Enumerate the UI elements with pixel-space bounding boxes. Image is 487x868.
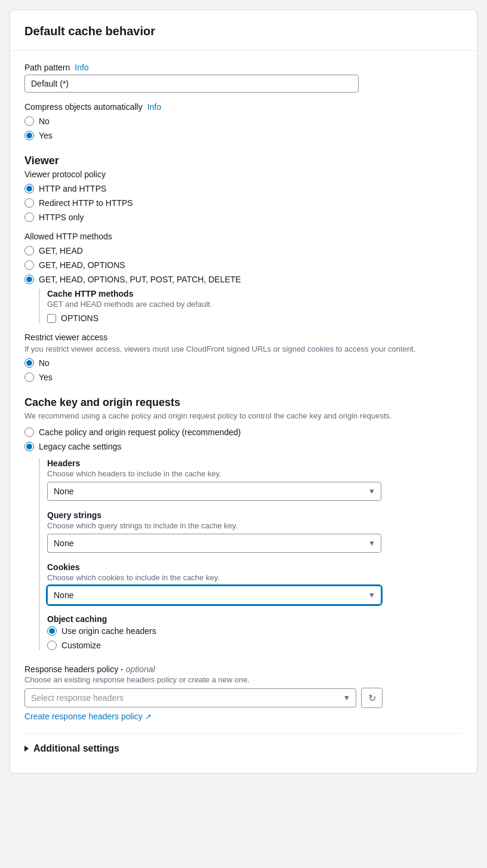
am-get-head-opt-label: GET, HEAD, OPTIONS (39, 260, 125, 270)
cache-key-section-desc: We recommend using a cache policy and or… (24, 411, 463, 420)
am-get-head-radio[interactable] (24, 246, 34, 256)
oc-origin-radio[interactable] (47, 626, 57, 636)
am-get-head-option[interactable]: GET, HEAD (24, 246, 463, 256)
rv-yes-radio[interactable] (24, 373, 34, 382)
divider (10, 50, 477, 51)
ck-legacy-option[interactable]: Legacy cache settings (24, 442, 463, 451)
headers-select[interactable]: None Include all headers Include specifi… (47, 482, 381, 501)
rv-yes-label: Yes (39, 373, 53, 382)
am-get-head-label: GET, HEAD (39, 246, 83, 256)
rv-no-radio[interactable] (24, 358, 34, 368)
cookies-desc: Choose which cookies to include in the c… (47, 573, 463, 582)
refresh-response-headers-button[interactable]: ↻ (361, 688, 383, 708)
cache-methods-label: Cache HTTP methods (47, 289, 463, 298)
rv-no-option[interactable]: No (24, 358, 463, 368)
allowed-methods-label: Allowed HTTP methods (24, 232, 463, 241)
vp-https-only-option[interactable]: HTTPS only (24, 213, 463, 222)
query-strings-select-wrapper: None Include all Include specified ▼ (47, 534, 381, 553)
object-caching-radio-group: Use origin cache headers Customize (47, 626, 463, 650)
response-policy-label: Response headers policy - optional (24, 664, 463, 674)
compress-info-link[interactable]: Info (147, 102, 161, 112)
ck-recommended-radio[interactable] (24, 427, 34, 437)
vp-http-https-radio[interactable] (24, 184, 34, 193)
headers-label: Headers (47, 458, 463, 468)
response-policy-desc: Choose an existing response headers poli… (24, 675, 463, 684)
compress-yes-option[interactable]: Yes (24, 131, 463, 140)
headers-desc: Choose which headers to include in the c… (47, 469, 463, 478)
ck-recommended-option[interactable]: Cache policy and origin request policy (… (24, 427, 463, 437)
vp-https-only-label: HTTPS only (39, 213, 84, 222)
response-policy-select-wrapper: Select response headers ▼ (24, 688, 356, 707)
additional-settings-chevron (24, 746, 29, 752)
create-response-headers-link[interactable]: Create response headers policy ↗ (24, 712, 152, 721)
card-title: Default cache behavior (24, 24, 463, 38)
path-pattern-label: Path pattern Info (24, 63, 463, 72)
headers-section: Headers Choose which headers to include … (47, 458, 463, 501)
ck-legacy-label: Legacy cache settings (39, 442, 122, 451)
cm-options-option[interactable]: OPTIONS (47, 313, 463, 323)
object-caching-section: Object caching Use origin cache headers … (47, 614, 463, 650)
cm-options-checkbox[interactable] (47, 314, 56, 323)
am-all-option[interactable]: GET, HEAD, OPTIONS, PUT, POST, PATCH, DE… (24, 275, 463, 284)
oc-origin-option[interactable]: Use origin cache headers (47, 626, 463, 636)
viewer-protocol-field: Viewer protocol policy HTTP and HTTPS Re… (24, 170, 463, 222)
query-strings-desc: Choose which query strings to include in… (47, 521, 463, 530)
cache-key-section-title: Cache key and origin requests (24, 396, 463, 409)
vp-http-https-label: HTTP and HTTPS (39, 184, 106, 193)
cm-options-label: OPTIONS (61, 313, 98, 323)
cache-methods-desc: GET and HEAD methods are cached by defau… (47, 300, 463, 309)
viewer-protocol-label: Viewer protocol policy (24, 170, 463, 179)
query-strings-section: Query strings Choose which query strings… (47, 510, 463, 553)
path-pattern-field: Path pattern Info (24, 63, 463, 93)
am-all-label: GET, HEAD, OPTIONS, PUT, POST, PATCH, DE… (39, 275, 241, 284)
vp-redirect-radio[interactable] (24, 198, 34, 208)
ck-legacy-radio[interactable] (24, 442, 34, 451)
allowed-methods-radio-group: GET, HEAD GET, HEAD, OPTIONS GET, HEAD, … (24, 246, 463, 284)
compress-radio-group: No Yes (24, 116, 463, 140)
cookies-label: Cookies (47, 562, 463, 572)
am-all-radio[interactable] (24, 275, 34, 284)
cookies-select[interactable]: None Include all Include specified (47, 586, 381, 605)
compress-label: Compress objects automatically Info (24, 102, 463, 112)
response-headers-select[interactable]: Select response headers (24, 688, 356, 707)
vp-redirect-option[interactable]: Redirect HTTP to HTTPS (24, 198, 463, 208)
am-get-head-opt-radio[interactable] (24, 260, 34, 270)
additional-settings-section[interactable]: Additional settings (24, 733, 463, 754)
restrict-viewer-desc: If you restrict viewer access, viewers m… (24, 344, 463, 353)
external-link-icon: ↗ (145, 712, 152, 721)
cookies-select-wrapper: None Include all Include specified ▼ (47, 586, 381, 605)
viewer-section-title: Viewer (24, 155, 463, 167)
am-get-head-opt-option[interactable]: GET, HEAD, OPTIONS (24, 260, 463, 270)
vp-https-only-radio[interactable] (24, 213, 34, 222)
refresh-icon: ↻ (368, 692, 376, 704)
cache-key-radio-group: Cache policy and origin request policy (… (24, 427, 463, 451)
oc-customize-radio[interactable] (47, 641, 57, 650)
query-strings-label: Query strings (47, 510, 463, 520)
viewer-protocol-radio-group: HTTP and HTTPS Redirect HTTP to HTTPS HT… (24, 184, 463, 222)
headers-select-wrapper: None Include all headers Include specifi… (47, 482, 381, 501)
compress-objects-field: Compress objects automatically Info No Y… (24, 102, 463, 140)
path-pattern-input[interactable] (24, 75, 359, 93)
ck-recommended-label: Cache policy and origin request policy (… (39, 427, 241, 437)
compress-no-radio[interactable] (24, 116, 34, 126)
rv-no-label: No (39, 358, 50, 368)
object-caching-label: Object caching (47, 614, 463, 624)
response-headers-policy-section: Response headers policy - optional Choos… (24, 664, 463, 721)
restrict-viewer-label: Restrict viewer access (24, 333, 463, 342)
oc-customize-option[interactable]: Customize (47, 641, 463, 650)
cookies-section: Cookies Choose which cookies to include … (47, 562, 463, 605)
response-policy-row: Select response headers ▼ ↻ (24, 688, 383, 708)
compress-no-option[interactable]: No (24, 116, 463, 126)
vp-http-https-option[interactable]: HTTP and HTTPS (24, 184, 463, 193)
vp-redirect-label: Redirect HTTP to HTTPS (39, 198, 133, 208)
query-strings-select[interactable]: None Include all Include specified (47, 534, 381, 553)
compress-yes-label: Yes (39, 131, 53, 140)
create-response-headers-label: Create response headers policy (24, 712, 143, 721)
cache-methods-indent: Cache HTTP methods GET and HEAD methods … (39, 289, 463, 323)
path-pattern-info-link[interactable]: Info (75, 63, 88, 72)
default-cache-behavior-card: Default cache behavior Path pattern Info… (10, 10, 477, 774)
rv-yes-option[interactable]: Yes (24, 373, 463, 382)
legacy-settings-indent: Headers Choose which headers to include … (39, 458, 463, 650)
compress-yes-radio[interactable] (24, 131, 34, 140)
restrict-viewer-radio-group: No Yes (24, 358, 463, 382)
